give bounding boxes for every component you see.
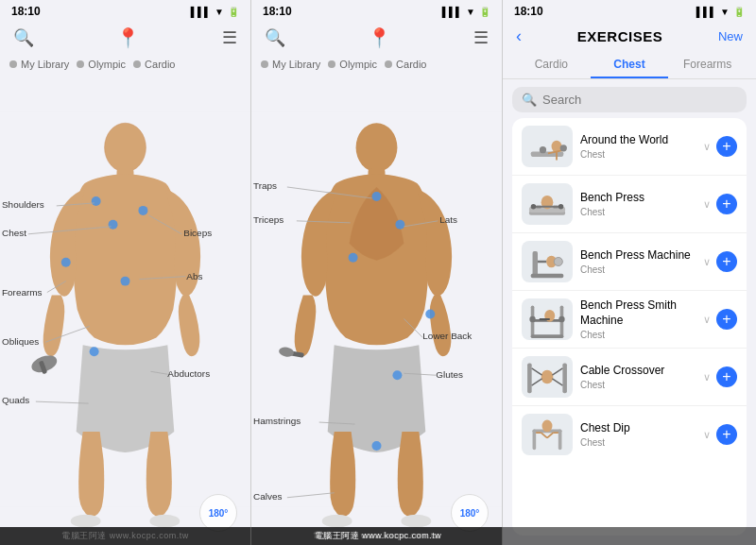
svg-point-30: [356, 123, 398, 172]
svg-point-1: [105, 123, 146, 172]
list-item[interactable]: Bench Press Chest ∨ +: [512, 176, 747, 233]
menu-icon-2[interactable]: ☰: [473, 27, 489, 48]
svg-point-37: [395, 220, 404, 230]
filter-tabs-1: My Library Olympic Cardio: [0, 55, 250, 74]
exercise-muscle-4: Chest: [580, 330, 696, 340]
svg-point-99: [542, 420, 553, 433]
add-exercise-button-1[interactable]: +: [716, 136, 737, 157]
nav-bar-2: 🔍 📍 ☰: [251, 21, 502, 55]
tab-cardio[interactable]: Cardio: [512, 50, 591, 78]
chevron-down-icon[interactable]: ∨: [703, 314, 711, 326]
menu-icon-1[interactable]: ☰: [222, 27, 237, 48]
list-item[interactable]: Around the World Chest ∨ +: [512, 118, 747, 176]
svg-text:Lats: Lats: [439, 214, 457, 225]
chevron-down-icon[interactable]: ∨: [703, 429, 711, 441]
back-figure: Traps Triceps Lats Lower Back Glutes Ham…: [251, 74, 502, 545]
svg-rect-97: [533, 430, 537, 451]
list-item[interactable]: Bench Press Machine Chest ∨ +: [512, 233, 747, 291]
svg-text:Chest: Chest: [2, 228, 26, 238]
status-icons-2: ▌▌▌ ▼ 🔋: [442, 7, 490, 17]
status-icons-1: ▌▌▌ ▼ 🔋: [191, 7, 239, 17]
exercise-image-3: [524, 243, 571, 281]
filter-dot-3: [133, 60, 141, 68]
exercise-actions-2: ∨ +: [703, 194, 737, 214]
filter-olympic-2[interactable]: Olympic: [328, 59, 377, 70]
exercise-name-1: Around the World: [580, 133, 696, 148]
svg-point-9: [138, 206, 147, 215]
filter-dot-4: [261, 60, 268, 68]
list-item[interactable]: Chest Dip Chest ∨ +: [512, 406, 747, 463]
svg-point-36: [372, 192, 382, 201]
svg-point-5: [71, 515, 101, 528]
exercise-actions-4: ∨ +: [703, 309, 737, 330]
svg-text:Traps: Traps: [253, 180, 277, 191]
exercise-name-6: Chest Dip: [580, 421, 696, 436]
tab-chest[interactable]: Chest: [591, 50, 669, 78]
rotate-badge-1[interactable]: 180°: [199, 494, 237, 532]
svg-point-10: [121, 277, 130, 286]
chevron-down-icon[interactable]: ∨: [703, 371, 711, 383]
exercise-image-6: [524, 416, 571, 453]
search-icon-2[interactable]: 🔍: [265, 27, 285, 48]
filter-cardio-2[interactable]: Cardio: [385, 59, 426, 70]
tab-forearms[interactable]: Forearms: [668, 50, 747, 78]
body-area-front: Shoulders Chest Forearms Obliques Quads …: [0, 74, 250, 545]
filter-dot-5: [328, 60, 335, 68]
filter-dot-1: [9, 60, 17, 68]
app-logo-1: 📍: [116, 26, 140, 49]
rotate-badge-2[interactable]: 180°: [451, 494, 489, 532]
svg-point-7: [92, 196, 101, 206]
chevron-down-icon[interactable]: ∨: [703, 141, 711, 153]
back-button[interactable]: ‹: [516, 26, 522, 46]
add-exercise-button-3[interactable]: +: [716, 251, 737, 272]
svg-point-61: [540, 146, 546, 153]
exercise-info-2: Bench Press Chest: [580, 191, 696, 217]
exercise-info-3: Bench Press Machine Chest: [580, 248, 696, 275]
svg-point-8: [109, 220, 118, 230]
svg-rect-73: [533, 251, 538, 277]
time-2: 18:10: [263, 5, 292, 18]
search-icon-1[interactable]: 🔍: [13, 27, 34, 48]
filter-cardio-1[interactable]: Cardio: [133, 59, 175, 70]
add-exercise-button-6[interactable]: +: [716, 424, 737, 445]
exercise-actions-3: ∨ +: [703, 251, 737, 272]
svg-text:Forearms: Forearms: [2, 287, 43, 298]
panel-front: 18:10 ▌▌▌ ▼ 🔋 🔍 📍 ☰ My Library Olympic C…: [0, 0, 251, 545]
search-input[interactable]: [542, 93, 737, 107]
svg-point-35: [401, 515, 431, 528]
svg-point-41: [372, 441, 382, 451]
filter-mylibrary-1[interactable]: My Library: [9, 59, 69, 70]
exercise-actions-5: ∨ +: [703, 366, 737, 387]
add-exercise-button-5[interactable]: +: [716, 366, 737, 387]
svg-text:Triceps: Triceps: [253, 214, 284, 225]
svg-point-6: [149, 515, 180, 528]
svg-point-86: [558, 316, 564, 322]
time-1: 18:10: [11, 5, 41, 18]
exercise-thumb-2: [522, 183, 573, 225]
svg-point-62: [560, 145, 567, 151]
front-body-svg: Shoulders Chest Forearms Obliques Quads …: [0, 74, 250, 545]
filter-mylibrary-2[interactable]: My Library: [261, 59, 320, 70]
exercise-name-3: Bench Press Machine: [580, 248, 696, 264]
exercise-image-5: [524, 358, 571, 396]
list-item[interactable]: Cable Crossover Chest ∨ +: [512, 349, 747, 406]
add-exercise-button-2[interactable]: +: [716, 194, 737, 214]
add-exercise-button-4[interactable]: +: [716, 309, 737, 330]
app-logo-2: 📍: [368, 26, 391, 49]
search-bar[interactable]: 🔍: [512, 87, 747, 112]
new-button[interactable]: New: [718, 29, 743, 43]
filter-olympic-1[interactable]: Olympic: [77, 59, 126, 70]
exercise-thumb-1: [522, 126, 573, 167]
front-figure: Shoulders Chest Forearms Obliques Quads …: [0, 74, 250, 545]
exercise-muscle-1: Chest: [580, 149, 696, 160]
svg-point-39: [425, 310, 435, 319]
svg-point-12: [90, 347, 99, 356]
category-tabs: Cardio Chest Forearms: [503, 50, 756, 79]
search-icon-3: 🔍: [522, 93, 537, 107]
svg-point-70: [531, 204, 536, 209]
list-item[interactable]: Bench Press Smith Machine Chest ∨ +: [512, 291, 747, 349]
chevron-down-icon[interactable]: ∨: [703, 256, 711, 268]
filter-tabs-2: My Library Olympic Cardio: [251, 55, 502, 74]
chevron-down-icon[interactable]: ∨: [703, 198, 711, 211]
svg-text:Calves: Calves: [253, 491, 282, 502]
